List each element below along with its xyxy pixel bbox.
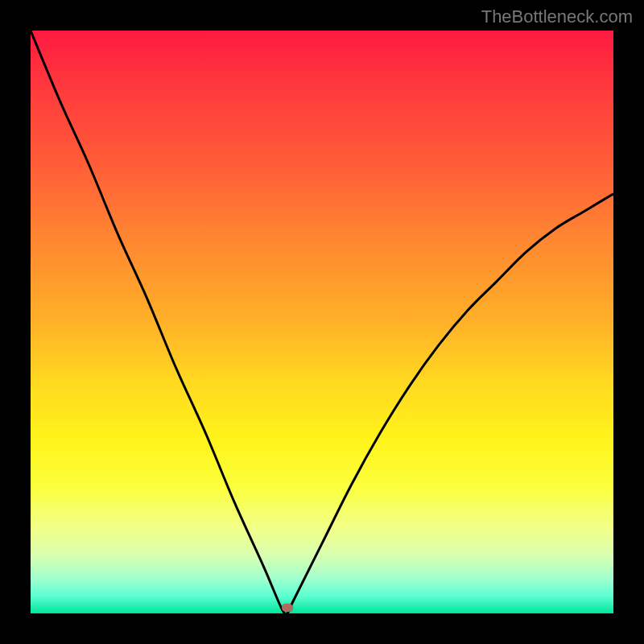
chart-curve-layer	[31, 31, 613, 613]
watermark-text: TheBottleneck.com	[481, 6, 633, 27]
chart-frame: TheBottleneck.com	[0, 0, 644, 644]
optimal-point-marker	[282, 604, 293, 612]
bottleneck-curve	[31, 31, 613, 613]
